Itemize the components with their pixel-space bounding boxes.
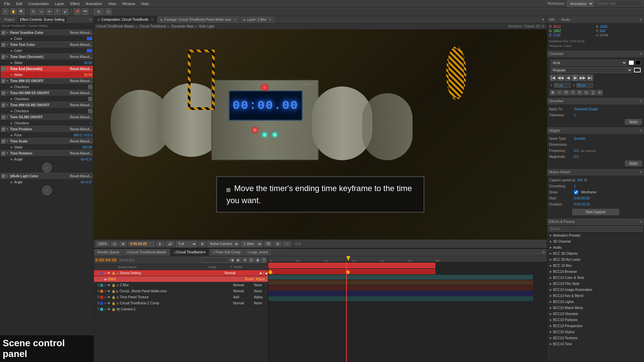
keyframe-1[interactable] (268, 270, 273, 275)
sub-btn[interactable]: T₂ (583, 90, 589, 95)
fx-enable-position[interactable]: ✓ (1, 127, 5, 131)
timeline-keyframes[interactable]: 0s 05s 10s 15s 20s 25s 30s (268, 256, 547, 362)
comp-panel-collapse[interactable]: ▼ (539, 18, 547, 21)
comp-tab-1[interactable]: ⊞ Composition: Circuit TimeBomb ✕ (94, 16, 157, 23)
search-help-input[interactable] (596, 1, 643, 6)
fx-time-hhmmss[interactable]: ✓ ▼ Time HH:MM:SS ON/OFF Reset About... (1, 90, 93, 96)
timeline-tab-master[interactable]: ⊞ Circuit TimeBomb Master (123, 249, 170, 256)
hhmmss-check[interactable] (88, 97, 92, 101)
tl-btn-2[interactable]: ▶ (236, 257, 241, 263)
tl-btn-5[interactable]: ◉ (255, 257, 260, 263)
fx-mmss-checkbox[interactable]: ▶ Checkbox (1, 84, 93, 90)
magnitude-value[interactable]: 0.0 (574, 155, 579, 159)
layer-lock-6[interactable]: 🔒 (112, 302, 115, 305)
vc-snap-btn[interactable]: ⊟ (274, 241, 281, 246)
comp-tab-2[interactable]: ▶ Footage: Circuit TimeBomb Panel Matte.… (157, 16, 240, 23)
layer-bar-7[interactable] (268, 296, 533, 301)
layer-visible-4[interactable]: 👁 (107, 290, 110, 293)
comp-tab-3[interactable]: ▶ Layer: Z Blur ✕ (240, 16, 275, 23)
layer-solo-1[interactable]: ○ (104, 272, 106, 275)
layer-solo-4[interactable]: ○ (104, 290, 106, 293)
comp-tab-2-close[interactable]: ✕ (234, 18, 236, 21)
preview-btn-2[interactable]: ◀◀ (557, 74, 564, 81)
vc-view-select[interactable]: 1 View 2 Views (241, 241, 263, 247)
smallcaps-btn[interactable]: Tt (570, 90, 576, 95)
vc-grid-btn[interactable]: ⊞ (119, 241, 127, 246)
effects-search-input[interactable] (548, 226, 643, 232)
layer-bar-3[interactable] (268, 275, 533, 280)
layer-row-4[interactable]: 4 ○ 👁 🔒 ▶ Circuit...Bomb Panel Matte.mov… (94, 288, 268, 294)
layer-row-7[interactable]: 7 ○ 👁 🔒 📷 Camera 1 (94, 306, 268, 312)
menu-item-composition[interactable]: Composition (26, 1, 52, 6)
layer-visible-5[interactable]: 👁 (107, 296, 110, 299)
fx-enable-scale[interactable]: ✓ (1, 139, 5, 143)
rotate-tool[interactable]: ↻ (30, 8, 37, 15)
stroke-indicator[interactable] (634, 68, 641, 72)
hand-tool[interactable]: ✋ (10, 8, 17, 15)
layer-row-2[interactable]: ↑ ▶ Slider Reset About... (94, 276, 268, 282)
fx-end-slider[interactable]: ▶ Slider 30.00 (1, 72, 93, 78)
fx-time-text[interactable]: ✓ ▼ Time Text Color Reset About... (1, 42, 93, 48)
snap-tool[interactable]: ⊞ (94, 8, 104, 15)
super-btn[interactable]: T² (577, 90, 583, 95)
menu-item-layer[interactable]: Layer (52, 1, 67, 6)
pin-tool[interactable]: 📌 (74, 8, 80, 15)
capture-speed-value[interactable]: 100 (577, 178, 583, 182)
fx-time-start[interactable]: ✓ ▼ Time Start [Seconds] Reset About... (1, 54, 93, 60)
tl-btn-1[interactable]: ◀ (229, 257, 235, 263)
tl-btn-6[interactable]: ⏱ (261, 257, 267, 263)
fx-enable-bulb[interactable]: ✓ (1, 174, 5, 178)
wiggler-close[interactable]: ✕ (639, 129, 642, 132)
fx-time-end[interactable]: ✓ ▼ Time End [Seconds] Reset About... (1, 66, 93, 72)
ep-bcc-image[interactable]: ▶ BCC10 Image Restoration (547, 287, 644, 293)
layer-visible-7[interactable]: 👁 (107, 308, 110, 311)
vc-audio-btn[interactable]: 🔊 (166, 241, 174, 246)
preview-btn-4[interactable]: ▶ (572, 74, 579, 81)
fx-bbulb-light[interactable]: ✓ ▼ bBulb Light Color Reset About... (1, 173, 93, 179)
fx-time-rotation[interactable]: ✓ ▼ Time Rotation Reset About... (1, 150, 93, 156)
layer-lock-7[interactable]: 🔒 (112, 308, 115, 311)
timeline-collapse[interactable]: ⊟ (540, 250, 547, 254)
bulb-dial[interactable] (42, 186, 52, 195)
ep-bcc-film[interactable]: ▶ BCC10 Film Style (547, 281, 644, 287)
select-tool[interactable]: ↖ (2, 8, 9, 15)
strike-btn[interactable]: T (597, 90, 603, 95)
info-label[interactable]: Info (549, 18, 555, 21)
ep-bcc-match[interactable]: ▶ BCC10 Match Move (547, 305, 644, 311)
vc-zoom-display[interactable]: 100% (96, 241, 109, 246)
fx-panel-scanline[interactable]: ✓ ▼ Panel Scanline Color Reset About... (1, 29, 93, 36)
fx-enable-scanline[interactable]: ✓ (1, 31, 5, 35)
ep-bcc-textures[interactable]: ▶ BCC10 Textures (547, 335, 644, 341)
ep-bcc-stylize[interactable]: ▶ BCC10 Stylize (547, 329, 644, 335)
ep-bcc-particles[interactable]: ▶ BCC10 Particles (547, 317, 644, 323)
menu-item-edit[interactable]: Edit (13, 1, 25, 6)
breadcrumb-4[interactable]: Bulb Light (199, 24, 214, 28)
layer-bar-2[interactable] (268, 269, 435, 274)
comp-tab-1-close[interactable]: ✕ (151, 18, 154, 21)
breadcrumb-2[interactable]: Circuit TimeBomb (140, 24, 166, 28)
text-color-swatch[interactable] (87, 49, 92, 52)
project-tab[interactable]: Project (2, 17, 16, 22)
caps-btn[interactable]: TT (563, 90, 569, 95)
preview-btn-6[interactable]: ▶| (587, 74, 593, 81)
start-capture-button[interactable]: Start Capture (572, 209, 619, 215)
scanline-color-swatch[interactable] (87, 37, 92, 40)
ep-bcc-browser[interactable]: ▶ BCC10 Browser (547, 269, 644, 275)
italic-btn[interactable]: I (556, 90, 562, 95)
text-tool[interactable]: T (54, 8, 61, 15)
layer-bar-5[interactable] (268, 286, 533, 290)
preview-btn-1[interactable]: |◀ (550, 74, 556, 81)
fx-start-slider[interactable]: ▶ Slider 30.00 (1, 60, 93, 66)
rotation-dial[interactable] (42, 163, 52, 172)
breadcrumb-1[interactable]: Circuit TimeBomb Master (97, 24, 134, 28)
orbit-tool[interactable]: ⊙ (105, 8, 112, 15)
fx-scanline-color[interactable]: ▶ Color (1, 36, 93, 42)
fx-enable-mmssms[interactable]: ✓ (1, 103, 5, 107)
layer-solo-6[interactable]: ○ (104, 302, 106, 305)
fx-enable-start[interactable]: ✓ (1, 55, 5, 59)
workspace-select[interactable]: Animation (567, 1, 594, 7)
layer-bar-6[interactable] (268, 291, 533, 296)
vc-pixel-btn[interactable]: ⊕ (199, 241, 206, 246)
fx-time-ssms[interactable]: ✓ ▼ Time SS.MS ON/OFF Reset About... (1, 114, 93, 120)
color-picker-2[interactable] (635, 60, 641, 65)
